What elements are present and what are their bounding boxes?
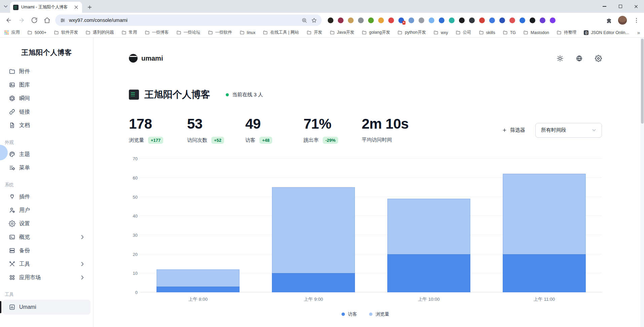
bookmark-item[interactable]: 一些论坛 — [176, 30, 201, 35]
extension-icon[interactable] — [509, 18, 515, 23]
sidebar-item-附件[interactable]: 附件 — [0, 65, 93, 78]
chevron-down-icon[interactable] — [3, 3, 9, 9]
maximize-button[interactable] — [612, 0, 628, 13]
bookmark-item[interactable]: 公司 — [456, 30, 471, 35]
scrollbar-thumb[interactable] — [641, 39, 644, 124]
chevron-down-icon — [591, 127, 597, 133]
bar-group-上午 9:00[interactable] — [256, 159, 371, 292]
legend-item-访客[interactable]: 访客 — [342, 311, 357, 317]
sidebar-item-文档[interactable]: 文档 — [0, 119, 93, 132]
extension-icon[interactable] — [408, 18, 414, 23]
sidebar-item-工具[interactable]: 工具 — [0, 257, 93, 271]
sidebar-item-label: 瞬间 — [19, 95, 86, 102]
bookmark-item[interactable]: {}JSON Editor Onlin... — [584, 30, 629, 35]
extension-icon[interactable] — [378, 18, 384, 23]
bookmark-item[interactable]: 软件开发 — [54, 30, 78, 35]
extension-icon[interactable] — [419, 18, 424, 23]
sidebar-item-瞬间[interactable]: 瞬间 — [0, 92, 93, 105]
sidebar-item-菜单[interactable]: 菜单 — [0, 161, 93, 174]
add-filter-button[interactable]: 筛选器 — [502, 127, 525, 133]
theme-toggle-button[interactable] — [557, 55, 564, 62]
browser-menu-button[interactable] — [631, 14, 641, 26]
bookmarks-overflow-button[interactable]: » — [637, 30, 640, 35]
reload-button[interactable] — [28, 14, 40, 26]
stat-change-badge: +177 — [148, 137, 163, 144]
extension-icon[interactable] — [479, 18, 485, 23]
plus-icon[interactable] — [87, 4, 93, 10]
new-tab-button[interactable] — [85, 3, 94, 11]
extension-icon[interactable] — [550, 18, 556, 23]
sidebar-item-备份[interactable]: 备份 — [0, 244, 93, 257]
bookmark-item[interactable]: 一些博客 — [145, 30, 169, 35]
close-button[interactable] — [628, 0, 644, 13]
extension-icon[interactable] — [540, 18, 545, 23]
bookmark-item[interactable]: Mastodon — [523, 30, 549, 35]
bookmark-item[interactable]: 待整理 — [557, 30, 577, 35]
sidebar-item-Umami[interactable]: Umami — [3, 300, 91, 315]
back-button[interactable] — [3, 14, 15, 26]
umami-brand[interactable]: umami — [129, 54, 163, 63]
bar-group-上午 11:00[interactable] — [487, 159, 602, 292]
bookmark-item[interactable]: python开发 — [397, 30, 426, 35]
extension-icon[interactable] — [338, 18, 344, 23]
star-icon[interactable] — [311, 18, 317, 23]
extension-icon[interactable] — [439, 18, 444, 23]
sidebar-item-主题[interactable]: 主题 — [0, 148, 93, 161]
sidebar-item-用户[interactable]: 用户 — [0, 203, 93, 217]
tab-search-button[interactable] — [1, 0, 10, 13]
bookmark-item[interactable]: 常用 — [121, 30, 137, 35]
extension-icon[interactable] — [530, 18, 535, 23]
extension-icon[interactable] — [328, 18, 333, 23]
extensions-button[interactable] — [604, 14, 614, 26]
extension-icon[interactable] — [489, 18, 495, 23]
url-text[interactable]: wxy97.com/console/umami — [69, 18, 298, 23]
extension-icon[interactable] — [520, 18, 525, 23]
bar-group-上午 8:00[interactable] — [140, 159, 256, 292]
extension-icon[interactable] — [348, 18, 354, 23]
bookmark-item[interactable]: 遇到的问题 — [85, 30, 114, 35]
legend-item-浏览量[interactable]: 浏览量 — [369, 311, 389, 317]
extension-icon[interactable]: 6 — [398, 18, 404, 23]
zoom-in-icon[interactable] — [301, 18, 307, 23]
sidebar-item-图库[interactable]: 图库 — [0, 78, 93, 92]
extension-icon[interactable] — [499, 18, 505, 23]
bookmark-item[interactable]: 一些软件 — [208, 30, 232, 35]
bookmark-item[interactable]: 5000+ — [27, 30, 46, 35]
bookmark-item[interactable]: wxy — [433, 30, 448, 35]
bookmark-item[interactable]: 开发 — [307, 30, 322, 35]
bookmark-item[interactable]: skills — [479, 30, 495, 35]
language-button[interactable] — [576, 55, 583, 62]
date-range-select[interactable]: 所有时间段 — [535, 123, 602, 138]
sidebar-item-设置[interactable]: 设置 — [0, 217, 93, 230]
bar-group-上午 10:00[interactable] — [371, 159, 487, 292]
extension-icon[interactable] — [469, 18, 475, 23]
bookmark-item[interactable]: TG — [503, 30, 516, 35]
settings-button[interactable] — [595, 55, 602, 62]
site-settings-icon[interactable] — [60, 18, 66, 23]
bookmark-item[interactable]: linux — [240, 30, 256, 35]
sidebar-item-应用市场[interactable]: 应用市场 — [0, 271, 93, 284]
forward-button[interactable] — [15, 14, 28, 26]
extension-icon[interactable] — [388, 18, 394, 23]
extension-icon[interactable] — [368, 18, 374, 23]
profile-avatar[interactable] — [618, 16, 627, 25]
sidebar-item-概览[interactable]: 概览 — [0, 230, 93, 244]
extension-icon[interactable] — [358, 18, 364, 23]
sidebar-item-插件[interactable]: 插件 — [0, 190, 93, 203]
address-bar[interactable]: wxy97.com/console/umami — [55, 14, 322, 26]
bookmark-item[interactable]: Java开发 — [330, 30, 354, 35]
sidebar-item-链接[interactable]: 链接 — [0, 105, 93, 119]
minimize-button[interactable] — [597, 0, 612, 13]
extension-icon[interactable] — [449, 18, 455, 23]
extension-icon[interactable] — [429, 18, 434, 23]
bookmark-item[interactable]: 在线工具 | 网站 — [263, 30, 299, 35]
home-button[interactable] — [41, 14, 53, 26]
extension-icon[interactable] — [459, 18, 465, 23]
stat-访客: 49访客+48 — [245, 117, 303, 144]
bookmark-label: JSON Editor Onlin... — [591, 30, 629, 35]
page-scrollbar[interactable] — [640, 38, 644, 327]
bookmark-item[interactable]: 应用 — [4, 30, 20, 35]
bookmark-item[interactable]: golang开发 — [362, 30, 390, 35]
browser-tab[interactable]: Umami - 王旭阳个人博客 — [10, 2, 82, 13]
tab-close-icon[interactable] — [73, 4, 79, 10]
